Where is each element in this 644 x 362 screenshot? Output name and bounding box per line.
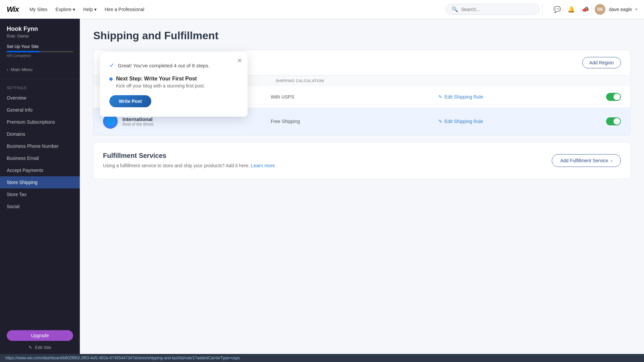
avatar: DE [595, 4, 605, 15]
next-step-description: Kick off your blog with a stunning first… [116, 83, 205, 88]
edit-icon: ✎ [438, 94, 442, 100]
top-navigation: Wix My Sites Explore ▾ Help ▾ Hire a Pro… [0, 0, 644, 19]
write-post-button[interactable]: Write Post [109, 95, 151, 107]
add-fulfillment-button[interactable]: Add Fulfillment Service › [552, 154, 621, 167]
user-menu[interactable]: DE dave eagle ▾ [595, 4, 637, 15]
fulfillment-description: Using a fulfillment service to store and… [103, 162, 275, 169]
page-title: Shipping and Fulfillment [93, 29, 631, 42]
fulfillment-services-card: Fulfillment Services Using a fulfillment… [93, 142, 631, 179]
nav-icons: 💬 🔔 📣 [553, 6, 589, 13]
toggle-knob [613, 94, 620, 100]
progress-fill [7, 51, 40, 52]
col-actions [448, 79, 621, 83]
dot-icon [109, 77, 113, 81]
sidebar-item-business-email[interactable]: Business Email [0, 152, 80, 164]
edit-icon: ✎ [29, 345, 32, 350]
check-icon: ✓ [109, 62, 114, 69]
edit-shipping-rule-us[interactable]: ✎ Edit Shipping Rule [438, 94, 606, 100]
fulfillment-learn-more[interactable]: Learn more [251, 163, 275, 168]
edit-icon: ✎ [438, 119, 442, 124]
chevron-right-icon: › [611, 158, 612, 163]
chevron-down-icon: ▾ [635, 7, 637, 12]
sidebar-item-business-phone[interactable]: Business Phone Number [0, 140, 80, 152]
site-role: Role: Owner [0, 34, 80, 44]
setup-progress-modal: ✕ ✓ Great! You've completed 4 out of 8 s… [100, 52, 248, 117]
chevron-down-icon: ▾ [94, 7, 97, 12]
chevron-left-icon: ‹ [7, 67, 8, 72]
shipping-method-international: Free Shipping [271, 119, 438, 124]
sidebar-item-store-shipping[interactable]: Store Shipping [0, 176, 80, 188]
sidebar-item-overview[interactable]: Overview [0, 92, 80, 104]
shipping-method-us: With USPS [271, 94, 438, 100]
nav-hire-professional[interactable]: Hire a Professional [105, 7, 144, 12]
nav-links: My Sites Explore ▾ Help ▾ Hire a Profess… [30, 7, 144, 12]
wix-logo: Wix [7, 5, 19, 14]
edit-shipping-rule-international[interactable]: ✎ Edit Shipping Rule [438, 119, 606, 124]
completed-count: 4/8 Completed [7, 54, 73, 58]
col-shipping-calculation: SHIPPING CALCULATION [276, 79, 448, 83]
nav-help[interactable]: Help ▾ [83, 7, 97, 12]
back-to-main-menu[interactable]: ‹ Main Menu [0, 63, 80, 76]
page-layout: Hook Fynn Role: Owner Set Up Your Site 4… [0, 19, 644, 362]
fulfillment-info: Fulfillment Services Using a fulfillment… [103, 152, 275, 169]
notification-icon[interactable]: 🔔 [568, 6, 575, 13]
settings-section-label: Settings [0, 82, 80, 92]
site-name: Hook Fynn [0, 19, 80, 34]
progress-bar [7, 51, 73, 52]
nav-my-sites[interactable]: My Sites [30, 7, 48, 12]
status-bar: https://www.wix.com/dashboard/b602f663-2… [0, 354, 644, 362]
megaphone-icon[interactable]: 📣 [582, 6, 589, 13]
modal-next-step-content: Next Step: Write Your First Post Kick of… [116, 76, 205, 88]
search-icon: 🔍 [451, 6, 458, 12]
sidebar-item-social[interactable]: Social [0, 200, 80, 213]
nav-divider-2 [592, 4, 592, 15]
sidebar-item-domains[interactable]: Domains [0, 128, 80, 140]
edit-site-link[interactable]: ✎ Edit Site [7, 345, 73, 350]
nav-explore[interactable]: Explore ▾ [56, 7, 75, 12]
modal-next-step-section: Next Step: Write Your First Post Kick of… [109, 76, 238, 88]
user-name: dave eagle [609, 7, 632, 12]
shipping-toggle-us[interactable] [606, 93, 621, 101]
status-url: https://www.wix.com/dashboard/b602f663-2… [5, 356, 240, 360]
sidebar-item-general-info[interactable]: General Info [0, 104, 80, 116]
region-info-international: International Rest of the World [122, 116, 153, 127]
sidebar-item-accept-payments[interactable]: Accept Payments [0, 164, 80, 176]
setup-section: Set Up Your Site 4/8 Completed [0, 44, 80, 63]
add-region-button[interactable]: Add Region [582, 57, 621, 68]
nav-divider [542, 4, 543, 15]
next-step-title: Next Step: Write Your First Post [116, 76, 205, 82]
modal-completed-section: ✓ Great! You've completed 4 out of 8 ste… [109, 62, 238, 69]
chevron-down-icon: ▾ [73, 7, 75, 12]
sidebar-divider [0, 79, 80, 79]
modal-completed-text: Great! You've completed 4 out of 8 steps… [118, 63, 210, 68]
toggle-knob [613, 118, 620, 125]
search-input[interactable] [461, 7, 534, 12]
fulfillment-title: Fulfillment Services [103, 152, 275, 160]
setup-label: Set Up Your Site [7, 44, 73, 49]
modal-close-button[interactable]: ✕ [237, 57, 242, 64]
edit-site-label: Edit Site [35, 345, 51, 350]
shipping-toggle-international[interactable] [606, 117, 621, 125]
sidebar: Hook Fynn Role: Owner Set Up Your Site 4… [0, 19, 80, 362]
sidebar-footer: Upgrade ✎ Edit Site [0, 325, 80, 355]
sidebar-item-premium-subscriptions[interactable]: Premium Subscriptions [0, 116, 80, 128]
sidebar-item-store-tax[interactable]: Store Tax [0, 188, 80, 200]
upgrade-button[interactable]: Upgrade [7, 330, 73, 341]
search-bar[interactable]: 🔍 [446, 4, 540, 15]
back-label: Main Menu [11, 67, 32, 72]
chat-icon[interactable]: 💬 [553, 6, 561, 13]
